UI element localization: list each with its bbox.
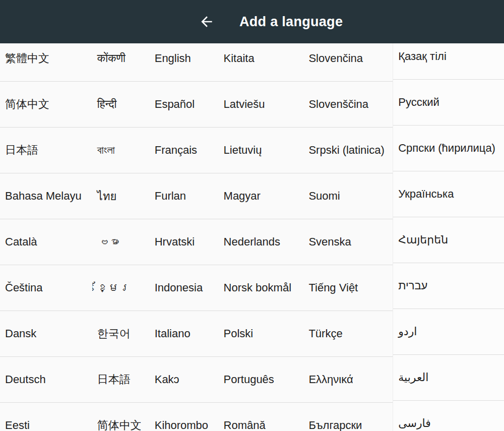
language-item[interactable]: Bahasa Melayu: [0, 173, 92, 219]
language-item[interactable]: Hrvatski: [150, 219, 219, 265]
language-item[interactable]: Українська: [393, 171, 504, 217]
language-item[interactable]: 繁體中文: [0, 43, 92, 82]
language-item[interactable]: 한국어: [92, 311, 150, 357]
language-item[interactable]: Slovenščina: [303, 82, 393, 128]
back-button[interactable]: [197, 12, 216, 31]
language-item[interactable]: Kihorombo: [150, 403, 219, 431]
language-item[interactable]: हिन्दी: [92, 82, 150, 128]
language-item[interactable]: ဗမာ: [92, 219, 150, 265]
language-item[interactable]: Indonesia: [150, 265, 219, 311]
language-item[interactable]: Română: [219, 403, 304, 431]
language-item[interactable]: Čeština: [0, 265, 92, 311]
language-item[interactable]: Català: [0, 219, 92, 265]
language-item[interactable]: Polski: [219, 311, 304, 357]
language-item[interactable]: Kakɔ: [150, 357, 219, 403]
language-item[interactable]: 简体中文: [0, 82, 92, 128]
language-item[interactable]: ខ្មែរ: [92, 265, 150, 311]
page-title: Add a language: [239, 0, 343, 43]
language-column: Қазақ тіліРусскийСрпски (ћирилица)Україн…: [393, 43, 504, 431]
language-item[interactable]: 日本語: [92, 357, 150, 403]
language-item[interactable]: Српски (ћирилица): [393, 126, 504, 171]
language-item[interactable]: Français: [150, 128, 219, 173]
language-item[interactable]: Svenska: [303, 219, 393, 265]
language-item[interactable]: Dansk: [0, 311, 92, 357]
language-item[interactable]: Srpski (latinica): [303, 128, 393, 173]
language-item[interactable]: Slovenčina: [303, 43, 393, 82]
language-item[interactable]: Furlan: [150, 173, 219, 219]
language-item[interactable]: اردو: [393, 309, 504, 355]
language-item[interactable]: Kitaita: [219, 43, 304, 82]
language-item[interactable]: Magyar: [219, 173, 304, 219]
language-item[interactable]: Ελληνικά: [303, 357, 393, 403]
language-item[interactable]: Latviešu: [219, 82, 304, 128]
language-item[interactable]: Lietuvių: [219, 128, 304, 173]
language-item[interactable]: ไทย: [92, 173, 150, 219]
language-item[interactable]: Norsk bokmål: [219, 265, 304, 311]
language-item[interactable]: 日本語: [0, 128, 92, 173]
language-item[interactable]: বাংলা: [92, 128, 150, 173]
language-item[interactable]: Deutsch: [0, 357, 92, 403]
language-item[interactable]: English: [150, 43, 219, 82]
language-item[interactable]: Suomi: [303, 173, 393, 219]
language-column: SlovenčinaSlovenščinaSrpski (latinica)Su…: [303, 43, 393, 431]
language-item[interactable]: فارسی: [393, 401, 504, 431]
language-item[interactable]: Tiếng Việt: [303, 265, 393, 311]
language-column: कोंकणीहिन्दीবাংলাไทยဗမာខ្មែរ한국어日本語简体中文: [92, 43, 150, 431]
language-column: 繁體中文简体中文日本語Bahasa MelayuCatalàČeštinaDan…: [0, 43, 92, 431]
language-grid: 繁體中文简体中文日本語Bahasa MelayuCatalàČeštinaDan…: [0, 43, 504, 431]
language-item[interactable]: Español: [150, 82, 219, 128]
language-item[interactable]: Nederlands: [219, 219, 304, 265]
language-column: KitaitaLatviešuLietuviųMagyarNederlandsN…: [219, 43, 304, 431]
language-item[interactable]: Հայերեն: [393, 217, 504, 263]
language-column: EnglishEspañolFrançaisFurlanHrvatskiIndo…: [150, 43, 219, 431]
language-item[interactable]: Türkçe: [303, 311, 393, 357]
language-item[interactable]: Русский: [393, 80, 504, 126]
add-language-screen: Add a language 繁體中文简体中文日本語Bahasa MelayuC…: [0, 0, 504, 431]
language-item[interactable]: עברית: [393, 263, 504, 309]
language-item[interactable]: العربية: [393, 355, 504, 401]
app-bar: Add a language: [0, 0, 504, 43]
language-item[interactable]: Български: [303, 403, 393, 431]
language-item[interactable]: कोंकणी: [92, 43, 150, 82]
language-item[interactable]: Português: [219, 357, 304, 403]
language-item[interactable]: 简体中文: [92, 403, 150, 431]
language-item[interactable]: Eesti: [0, 403, 92, 431]
arrow-back-icon: [199, 14, 215, 30]
language-item[interactable]: Қазақ тілі: [393, 43, 504, 80]
language-item[interactable]: Italiano: [150, 311, 219, 357]
